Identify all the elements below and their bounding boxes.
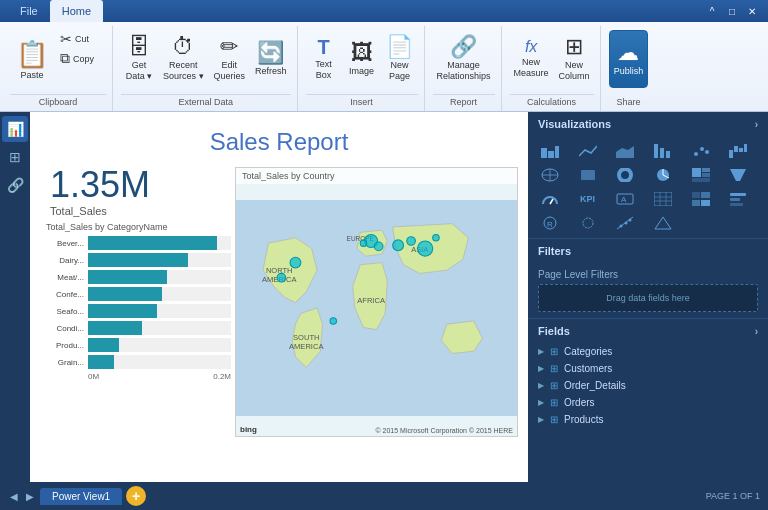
- bar-fill: [88, 236, 217, 250]
- page-tab[interactable]: Power View1: [40, 488, 122, 505]
- recent-sources-button[interactable]: ⏱ RecentSources ▾: [159, 30, 208, 88]
- image-button[interactable]: 🖼 Image: [344, 30, 380, 88]
- svg-rect-41: [702, 168, 710, 172]
- cut-copy-col: ✂ Cut ⧉ Copy: [56, 30, 106, 68]
- map-area: Total_Sales by Country NORTH AME: [235, 167, 518, 437]
- add-tab-button[interactable]: +: [126, 486, 146, 506]
- viz-slicer[interactable]: [724, 188, 752, 210]
- viz-funnel[interactable]: [724, 164, 752, 186]
- copy-label: Copy: [73, 54, 94, 64]
- svg-point-15: [418, 241, 433, 256]
- bar-axis-max: 0.2M: [213, 372, 231, 381]
- sidebar-data-icon[interactable]: ⊞: [2, 144, 28, 170]
- recent-sources-icon: ⏱: [172, 36, 194, 58]
- maximize-btn[interactable]: □: [724, 3, 740, 19]
- bing-logo: bing: [240, 425, 257, 434]
- svg-rect-18: [541, 148, 547, 158]
- viz-custom-1[interactable]: [574, 212, 602, 234]
- svg-rect-58: [730, 193, 746, 196]
- viz-matrix[interactable]: [687, 188, 715, 210]
- viz-filled-map[interactable]: [574, 164, 602, 186]
- edit-queries-button[interactable]: ✏ EditQueries: [210, 30, 250, 88]
- fields-chevron[interactable]: ›: [755, 326, 758, 337]
- page-level-filters-label: Page Level Filters: [538, 269, 758, 280]
- ribbon-content: 📋 Paste ✂ Cut ⧉ Copy Clipboard: [0, 22, 768, 111]
- viz-scatter[interactable]: [687, 140, 715, 162]
- tab-next-btn[interactable]: ▶: [24, 491, 36, 502]
- svg-rect-19: [548, 151, 554, 158]
- svg-point-11: [374, 242, 383, 251]
- viz-stacked-bar[interactable]: [536, 140, 564, 162]
- svg-point-9: [277, 273, 286, 282]
- manage-relationships-button[interactable]: 🔗 ManageRelationships: [433, 30, 495, 88]
- field-item[interactable]: ▶ ⊞ Customers: [528, 360, 768, 377]
- viz-kpi[interactable]: KPI: [574, 188, 602, 210]
- clipboard-items: 📋 Paste ✂ Cut ⧉ Copy: [10, 28, 106, 94]
- minimize-btn[interactable]: ^: [704, 3, 720, 19]
- viz-bar-chart[interactable]: [649, 140, 677, 162]
- viz-card[interactable]: A: [611, 188, 639, 210]
- bar-label: Bever...: [46, 239, 84, 248]
- fields-header: Fields ›: [528, 319, 768, 343]
- copy-button[interactable]: ⧉ Copy: [56, 49, 106, 68]
- svg-rect-40: [692, 168, 701, 177]
- visualizations-section: Visualizations ›: [528, 112, 768, 239]
- textbox-button[interactable]: T TextBox: [306, 30, 342, 88]
- new-column-icon: ⊞: [565, 36, 583, 58]
- svg-point-66: [625, 222, 628, 225]
- publish-label: Publish: [614, 66, 644, 77]
- filter-drop-zone[interactable]: Drag data fields here: [538, 284, 758, 312]
- viz-treemap[interactable]: [687, 164, 715, 186]
- manage-relationships-label: ManageRelationships: [437, 60, 491, 82]
- field-item[interactable]: ▶ ⊞ Orders: [528, 394, 768, 411]
- viz-custom-2[interactable]: [611, 212, 639, 234]
- viz-area-chart[interactable]: [611, 140, 639, 162]
- field-table-icon: ⊞: [550, 397, 558, 408]
- tab-home[interactable]: Home: [50, 0, 103, 22]
- field-expand-chevron: ▶: [538, 381, 544, 390]
- bar-container: [88, 304, 231, 318]
- map-svg: NORTH AMERICA SOUTH AMERICA AFRICA ASIA …: [236, 184, 517, 432]
- get-data-button[interactable]: 🗄 GetData ▾: [121, 30, 157, 88]
- viz-map[interactable]: [536, 164, 564, 186]
- refresh-button[interactable]: 🔄 Refresh: [251, 30, 291, 88]
- filters-title: Filters: [538, 245, 571, 257]
- new-column-button[interactable]: ⊞ NewColumn: [555, 30, 594, 88]
- new-measure-button[interactable]: fx NewMeasure: [510, 30, 553, 88]
- cut-icon: ✂: [60, 31, 72, 47]
- filters-content: Page Level Filters Drag data fields here: [528, 263, 768, 318]
- close-btn[interactable]: ✕: [744, 3, 760, 19]
- visualizations-chevron[interactable]: ›: [755, 119, 758, 130]
- viz-waterfall[interactable]: [724, 140, 752, 162]
- fields-section: Fields › ▶ ⊞ Categories ▶ ⊞ Customers ▶ …: [528, 319, 768, 482]
- bar-fill: [88, 321, 142, 335]
- viz-table[interactable]: [649, 188, 677, 210]
- cut-button[interactable]: ✂ Cut: [56, 30, 106, 48]
- viz-gauge[interactable]: [536, 188, 564, 210]
- viz-pie[interactable]: [649, 164, 677, 186]
- tab-prev-btn[interactable]: ◀: [8, 491, 20, 502]
- tab-file[interactable]: File: [8, 0, 50, 22]
- sidebar-model-icon[interactable]: 🔗: [2, 172, 28, 198]
- svg-rect-20: [555, 146, 559, 158]
- bar-axis-min: 0M: [88, 372, 99, 381]
- viz-r-visual[interactable]: R: [536, 212, 564, 234]
- bar-chart-row: Meat/...: [46, 270, 231, 284]
- bar-chart-row: Seafo...: [46, 304, 231, 318]
- publish-button[interactable]: ☁ Publish: [609, 30, 649, 88]
- sidebar-report-icon[interactable]: 📊: [2, 116, 28, 142]
- viz-donut[interactable]: [611, 164, 639, 186]
- bar-fill: [88, 287, 162, 301]
- bar-label: Dairy...: [46, 256, 84, 265]
- svg-rect-22: [654, 144, 658, 158]
- get-data-label: GetData ▾: [126, 60, 153, 82]
- field-item[interactable]: ▶ ⊞ Order_Details: [528, 377, 768, 394]
- paste-button[interactable]: 📋 Paste: [10, 30, 54, 88]
- viz-custom-3[interactable]: [649, 212, 677, 234]
- calculations-items: fx NewMeasure ⊞ NewColumn: [510, 28, 594, 94]
- bar-label: Grain...: [46, 358, 84, 367]
- field-item[interactable]: ▶ ⊞ Products: [528, 411, 768, 428]
- new-page-button[interactable]: 📄 NewPage: [382, 30, 418, 88]
- field-item[interactable]: ▶ ⊞ Categories: [528, 343, 768, 360]
- viz-line-chart[interactable]: [574, 140, 602, 162]
